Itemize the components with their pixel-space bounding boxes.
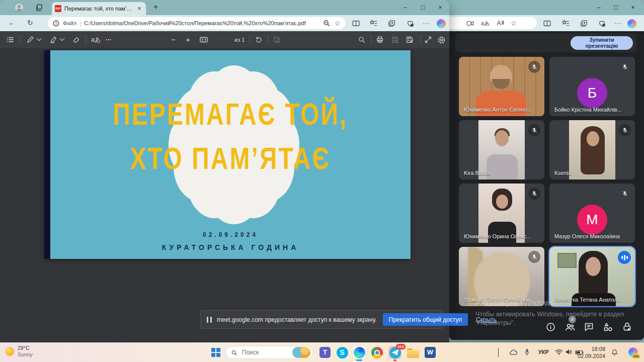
translate-icon[interactable]: аあ [481, 20, 490, 27]
copilot-icon[interactable] [437, 19, 446, 28]
enter-fullscreen-icon[interactable] [424, 36, 432, 44]
taskbar-edge-icon[interactable] [353, 346, 366, 359]
participant-tile[interactable]: Ksenia [549, 120, 635, 179]
weather-condition: Sunny [18, 351, 33, 357]
url-scheme-label: Файл [63, 20, 76, 26]
refresh-icon[interactable]: ↻ [27, 19, 33, 27]
language-indicator[interactable]: УКР [538, 349, 552, 357]
pause-sharing-icon[interactable] [207, 317, 212, 323]
stop-presentation-button[interactable]: Зупинити презентацію [571, 36, 633, 50]
meeting-details-icon[interactable] [545, 322, 556, 333]
more-menu-icon[interactable]: ··· [614, 19, 623, 28]
copilot-icon[interactable] [627, 19, 636, 28]
address-bar[interactable]: Файл | C:/Users/dolma/OneDrive/Рабочий%2… [48, 17, 346, 29]
workspaces-icon[interactable] [35, 4, 43, 12]
favorite-star-icon[interactable]: ☆ [510, 19, 517, 27]
weather-widget[interactable]: 29°C Sunny [5, 345, 33, 358]
tray-overflow-chevron-icon[interactable] [498, 348, 507, 356]
pdf-toc-icon[interactable] [6, 36, 14, 44]
page-info-icon[interactable] [53, 20, 59, 27]
taskbar: 29°C Sunny T S 314 W УКР [0, 342, 644, 362]
stop-sharing-button[interactable]: Прекратить общий доступ [383, 313, 468, 326]
start-button[interactable] [211, 348, 220, 357]
maximize-button[interactable]: □ [419, 4, 427, 11]
taskbar-teams-icon[interactable]: T [318, 346, 332, 359]
tab-close-icon[interactable]: × [136, 5, 143, 12]
close-button[interactable]: × [436, 4, 444, 11]
collections-icon[interactable] [580, 19, 588, 28]
participant-tile[interactable]: Б Бойко Крістіна Михайлів... [549, 57, 635, 116]
mic-muted-icon [528, 61, 540, 73]
draw-dropdown-icon[interactable] [37, 36, 42, 41]
highlight-dropdown-icon[interactable] [60, 36, 65, 41]
browser-essentials-icon[interactable] [598, 19, 606, 28]
browser-essentials-icon[interactable] [406, 19, 415, 28]
pdf-file-icon [55, 5, 61, 12]
people-icon[interactable] [565, 322, 576, 333]
taskbar-word-icon[interactable]: W [424, 346, 437, 359]
activities-icon[interactable] [603, 322, 614, 333]
read-aloud-icon[interactable]: аあ [91, 36, 101, 44]
clock[interactable]: 18:08 02.09.2024 [578, 345, 605, 359]
fit-to-width-icon[interactable] [199, 36, 208, 44]
zoom-in-icon[interactable]: + [186, 36, 190, 44]
profile-avatar-icon[interactable] [15, 4, 23, 12]
save-as-icon[interactable] [406, 36, 414, 44]
pdf-settings-icon[interactable] [437, 36, 446, 44]
onedrive-cloud-icon[interactable] [509, 348, 518, 356]
minimize-button[interactable]: – [401, 4, 409, 11]
meet-address-bar[interactable]: аあ A ☆ [449, 17, 537, 29]
chat-icon[interactable] [584, 322, 595, 333]
pdf-erase-icon[interactable] [72, 36, 80, 44]
more-menu-icon[interactable]: ··· [423, 19, 431, 28]
taskbar-explorer-icon[interactable] [407, 346, 420, 359]
collections-icon[interactable] [387, 19, 396, 28]
pdf-highlight-icon[interactable] [49, 36, 57, 44]
taskbar-chrome-icon[interactable] [370, 346, 383, 359]
page-count-label: из 1 [234, 36, 245, 44]
participant-name: Лепетуха Тетяна Анатолі... [554, 297, 623, 303]
windows-activation-watermark: Чтобы активировать Windows, перейдите в … [475, 311, 624, 318]
pdf-draw-icon[interactable] [26, 36, 34, 44]
participant-tile[interactable]: Юхименко Антон Євгено... [459, 57, 544, 116]
favorite-star-icon[interactable]: ☆ [334, 19, 341, 27]
rotate-icon[interactable] [255, 36, 263, 44]
zoom-out-icon[interactable]: − [171, 36, 176, 44]
participant-tile-speaking[interactable]: Лепетуха Тетяна Анатолі... [549, 247, 635, 306]
participant-tile[interactable]: Kira Balina [459, 120, 544, 179]
taskbar-search[interactable] [225, 346, 313, 359]
favorites-icon[interactable] [369, 19, 378, 28]
split-screen-icon[interactable] [543, 19, 551, 28]
minimize-button[interactable]: – [595, 4, 603, 11]
pdf-more-icon[interactable]: ··· [106, 36, 112, 44]
pdf-search-icon[interactable] [358, 36, 366, 44]
participant-tile[interactable]: Юхименко Орина Олекс... [459, 184, 544, 243]
participant-video [557, 253, 577, 268]
browser-titlebar: Перемагає той, хто пам’ятає.pdf × + – □ … [0, 0, 449, 15]
meet-address-row: аあ A ☆ ··· [449, 15, 644, 31]
new-tab-button[interactable]: + [153, 3, 158, 12]
participant-tile[interactable]: Удімова Софія Євгеніївна [459, 247, 544, 306]
print-icon[interactable] [376, 36, 384, 44]
search-input[interactable] [241, 348, 292, 356]
read-aloud-icon[interactable]: A [497, 20, 504, 27]
volume-icon[interactable] [565, 348, 574, 356]
favorites-icon[interactable] [561, 19, 570, 28]
tray-mic-icon[interactable] [524, 348, 533, 356]
split-screen-icon[interactable] [352, 19, 360, 28]
back-icon[interactable]: ← [8, 19, 15, 27]
hide-banner-link[interactable]: Скрыть [476, 316, 497, 323]
slide-title-line2: ХТО ПАМ’ЯТАЄ [43, 140, 418, 176]
wifi-icon[interactable] [555, 348, 564, 356]
participant-tile[interactable]: М Мазур Олеся Миколаївна [549, 184, 635, 243]
taskbar-skype-icon[interactable]: S [336, 346, 349, 359]
restore-button[interactable]: □ [612, 4, 620, 11]
participant-video [587, 131, 599, 146]
notification-bell-icon[interactable] [611, 348, 620, 356]
copilot-tray-icon[interactable]: PRE [628, 347, 638, 357]
close-button[interactable]: × [629, 4, 637, 11]
tab-pdf[interactable]: Перемагає той, хто пам’ятає.pdf × [52, 2, 146, 15]
zoom-out-page-icon[interactable] [323, 20, 330, 27]
host-controls-icon[interactable] [622, 322, 633, 333]
taskbar-telegram-icon[interactable]: 314 [388, 346, 401, 359]
